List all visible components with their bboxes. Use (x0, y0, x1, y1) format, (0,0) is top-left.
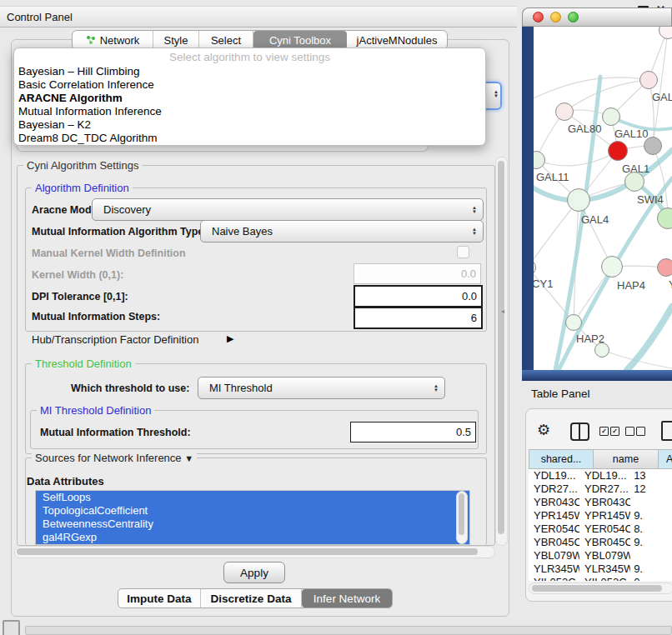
hub-definition-label[interactable]: Hub/Transcription Factor Definition (32, 333, 198, 346)
table-cell[interactable]: YBR043C (579, 496, 630, 509)
table-row[interactable]: YER054CYER054C8. (529, 522, 672, 536)
table-cell[interactable]: YPR145W (579, 509, 630, 522)
data-attributes-list[interactable]: SelfLoops TopologicalCoefficient Between… (35, 490, 470, 545)
table-horizontal-scrollbar-thumb[interactable] (532, 585, 662, 592)
splitter-handle-icon[interactable]: ◂ (501, 308, 504, 315)
table-cell[interactable]: YIL052C (579, 576, 630, 581)
dropdown-item[interactable]: Mutual Information Inference (18, 105, 162, 118)
deselect-all-icon[interactable] (625, 427, 634, 436)
apply-button[interactable]: Apply (223, 562, 285, 583)
tab-network[interactable]: Network (73, 31, 153, 49)
network-node-gal[interactable] (639, 71, 658, 89)
select-all-check-icon[interactable]: ✓ (599, 427, 609, 436)
table-cell[interactable]: 9. (630, 536, 672, 549)
table-cell[interactable]: YBL079W (579, 549, 630, 562)
network-node-swi4[interactable] (624, 172, 644, 192)
dropdown-item[interactable]: Basic Correlation Inference (18, 78, 154, 92)
table-cell[interactable]: YDL19... (579, 469, 630, 482)
close-traffic-light-icon[interactable] (533, 12, 544, 22)
table-cell[interactable]: 0. (630, 576, 672, 581)
export-table-icon[interactable] (661, 421, 672, 441)
mi-threshold-field[interactable]: 0.5 (350, 422, 476, 442)
network-node-hap4[interactable] (601, 256, 623, 278)
tab-cyni-toolbox[interactable]: Cyni Toolbox (253, 31, 347, 49)
attr-list-scrollbar[interactable] (456, 491, 468, 544)
network-node[interactable] (594, 342, 609, 358)
table-cell[interactable]: 8. (630, 522, 672, 536)
table-cell[interactable]: 12 (630, 482, 672, 496)
gear-icon[interactable]: ⚙ (537, 421, 550, 439)
tab-impute-data[interactable]: Impute Data (118, 589, 201, 608)
table-row[interactable]: YIL052CYIL052C0. (529, 576, 672, 581)
dropdown-item[interactable]: Bayesian – K2 (18, 118, 91, 132)
mi-steps-field[interactable]: 6 (354, 307, 483, 329)
attr-list-item[interactable]: gal4RGexp (36, 531, 469, 544)
table-row[interactable]: YBL079WYBL079W (529, 549, 672, 562)
table-header-next-column[interactable]: A (658, 449, 672, 469)
table-row[interactable]: YLR345WYLR345W9. (529, 562, 672, 576)
table-cell[interactable]: 9. (630, 562, 672, 576)
table-cell[interactable]: YER054C (579, 522, 630, 536)
manual-kernel-width-checkbox[interactable] (457, 246, 469, 258)
tab-jactivemnodules[interactable]: jActiveMNodules (347, 31, 447, 49)
deselect-all-icon[interactable] (636, 427, 645, 436)
settings-horizontal-scrollbar-thumb[interactable] (17, 548, 478, 555)
network-node-hap2[interactable] (565, 314, 582, 331)
table-cell[interactable]: 9. (630, 509, 672, 522)
network-node[interactable] (644, 137, 662, 155)
table-cell[interactable]: YBR045C (529, 536, 579, 549)
table-row[interactable]: YBR045CYBR045C9. (529, 536, 672, 549)
network-view[interactable]: GALGAL80GAL10GAL1GAL11SWI4GAL4GCY1HAP4YH… (534, 27, 672, 370)
table-cell[interactable]: YDR27... (579, 482, 630, 496)
column-view-icon[interactable] (570, 422, 589, 441)
table-cell[interactable] (630, 549, 672, 562)
network-window-titlebar[interactable] (522, 8, 672, 27)
table-cell[interactable]: YDL19... (529, 469, 579, 482)
table-cell[interactable]: YIL052C (529, 576, 579, 581)
network-node-gal1[interactable] (608, 141, 628, 161)
dpi-tolerance-field[interactable]: 0.0 (354, 285, 483, 308)
attr-list-item[interactable]: SelfLoops (36, 491, 469, 504)
table-header-name[interactable]: name (593, 449, 659, 469)
table-cell[interactable]: YLR345W (529, 562, 579, 576)
table-row[interactable]: YDL19...YDL19...13 (529, 469, 672, 482)
network-node-y[interactable] (657, 258, 672, 277)
aracne-mode-combobox[interactable]: Discovery ▲▼ (92, 198, 484, 221)
table-cell[interactable]: YBR045C (579, 536, 630, 549)
attr-list-item[interactable]: BetweennessCentrality (36, 518, 469, 531)
settings-horizontal-scrollbar[interactable] (14, 546, 495, 558)
table-cell[interactable]: 13 (630, 469, 672, 482)
network-node-gal10[interactable] (602, 108, 620, 126)
zoom-traffic-light-icon[interactable] (568, 12, 579, 22)
network-node-gal80[interactable] (555, 102, 574, 121)
select-all-check-icon[interactable]: ✓ (610, 427, 619, 436)
minimize-traffic-light-icon[interactable] (550, 12, 561, 22)
table-horizontal-scrollbar[interactable] (529, 582, 672, 594)
table-cell[interactable]: YPR145W (529, 509, 579, 522)
table-cell[interactable]: YBL079W (529, 549, 579, 562)
sources-expanded-arrow-icon[interactable]: ▼ (184, 453, 193, 463)
tab-discretize-data[interactable]: Discretize Data (201, 589, 302, 608)
dropdown-item[interactable]: Bayesian – Hill Climbing (18, 65, 140, 78)
tab-select[interactable]: Select (199, 31, 253, 49)
collapsed-panel-button[interactable] (3, 620, 20, 635)
table-cell[interactable]: YER054C (529, 522, 579, 536)
tab-style[interactable]: Style (153, 31, 199, 49)
attr-list-scrollbar-thumb[interactable] (459, 493, 464, 535)
settings-vertical-scrollbar[interactable] (495, 157, 508, 546)
which-threshold-combobox[interactable]: MI Threshold ▲▼ (198, 377, 445, 399)
attr-list-item[interactable]: TopologicalCoefficient (36, 504, 469, 518)
table-row[interactable]: YBR043CYBR043C (529, 496, 672, 509)
tab-infer-network[interactable]: Infer Network (302, 589, 392, 608)
table-row[interactable]: YDR27...YDR27...12 (529, 482, 672, 496)
dropdown-item[interactable]: Dream8 DC_TDC Algorithm (18, 132, 158, 145)
table-cell[interactable]: YDR27... (529, 482, 579, 496)
kernel-width-field[interactable]: 0.0 (354, 263, 481, 284)
hub-collapsed-arrow-icon[interactable]: ▶ (227, 333, 233, 344)
table-cell[interactable] (630, 496, 672, 509)
settings-vertical-scrollbar-thumb[interactable] (498, 161, 504, 534)
table-cell[interactable]: YLR345W (579, 562, 630, 576)
mi-algorithm-type-combobox[interactable]: Naive Bayes ▲▼ (200, 220, 484, 242)
table-header-shared-name[interactable]: shared... (529, 449, 594, 469)
dropdown-item-selected[interactable]: ARACNE Algorithm (18, 92, 123, 105)
